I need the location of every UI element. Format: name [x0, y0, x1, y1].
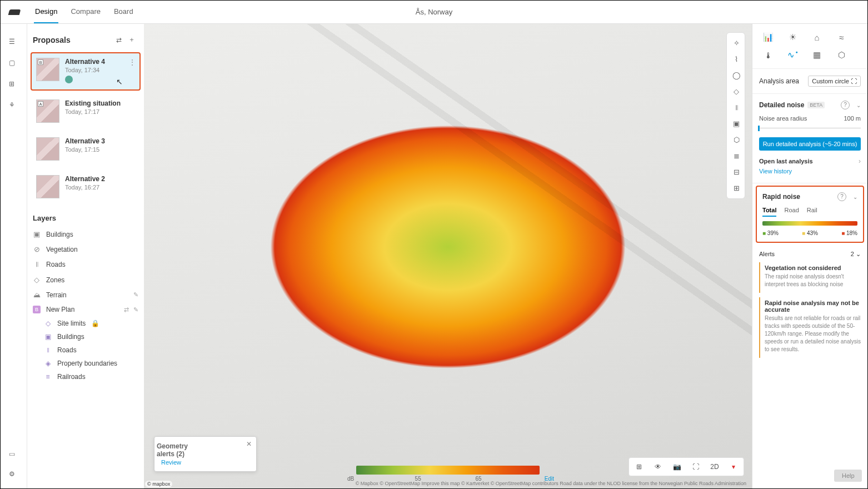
- help-icon[interactable]: ?: [837, 192, 846, 201]
- proposal-name: Alternative 4: [65, 58, 105, 66]
- alert-desc: Results are not reliable for roads or ra…: [765, 315, 861, 353]
- sidebar: Proposals ⇄ ＋ B Alternative 4 Today, 17:…: [27, 24, 144, 488]
- brush-icon[interactable]: ⌇: [727, 52, 746, 66]
- sublayer-item[interactable]: ⦀Roads: [31, 343, 141, 357]
- zones-icon: ◇: [33, 276, 41, 284]
- rapid-tab-road[interactable]: Road: [784, 207, 799, 217]
- filter-icon[interactable]: ⇄: [113, 35, 125, 45]
- tab-design[interactable]: Design: [34, 1, 58, 23]
- sublayer-item[interactable]: ≡Railroads: [31, 370, 141, 383]
- sublayer-item[interactable]: ◇Site limits🔒: [31, 317, 141, 330]
- temp-icon[interactable]: 🌡: [757, 47, 779, 63]
- lasso-icon[interactable]: ◯: [727, 68, 746, 82]
- people-icon[interactable]: ⚘: [9, 101, 19, 111]
- geometry-alert-toast: Geometry alerts (2) Review ✕: [154, 436, 257, 472]
- add-proposal-icon[interactable]: ＋: [125, 34, 138, 46]
- proposal-item[interactable]: Alternative 3 Today, 17:15: [31, 132, 141, 166]
- view-history-link[interactable]: View history: [759, 166, 861, 176]
- cube-icon[interactable]: ▣: [727, 117, 746, 131]
- chevron-down-icon[interactable]: ⌄: [853, 194, 857, 200]
- alert-item: Rapid noise analysis may not be accurate…: [759, 297, 861, 358]
- terrain-icon: ⛰: [33, 291, 41, 299]
- alerts-header[interactable]: Alerts 2 ⌄: [759, 251, 861, 262]
- layer-item[interactable]: ⛰Terrain✎: [31, 287, 141, 302]
- location-label: Ås, Norway: [416, 8, 452, 16]
- layer-item[interactable]: ◇Zones: [31, 272, 141, 287]
- eye-icon[interactable]: 👁: [650, 460, 666, 473]
- roads-icon: ⦀: [33, 260, 41, 269]
- toast-title: Geometry alerts (2): [161, 442, 183, 458]
- help-button[interactable]: Help: [834, 470, 862, 482]
- alert-title: Rapid noise analysis may not be accurate: [765, 300, 861, 313]
- lock-icon[interactable]: 🔒: [91, 320, 99, 327]
- toast-review-link[interactable]: Review: [161, 459, 250, 466]
- alert-desc: The rapid noise analysis doesn't interpr…: [765, 273, 861, 288]
- custom-circle-button[interactable]: Custom circle ⛶: [808, 76, 861, 87]
- sublayer-label: Buildings: [57, 333, 84, 341]
- sublayer-item[interactable]: ▣Buildings: [31, 330, 141, 343]
- card-icon[interactable]: ▭: [9, 450, 19, 460]
- section-icon[interactable]: ⊟: [727, 165, 746, 179]
- wind-icon[interactable]: ≈: [830, 29, 852, 45]
- layer-item[interactable]: ⦀Roads: [31, 257, 141, 272]
- rapid-tab-rail[interactable]: Rail: [807, 207, 817, 217]
- network-icon[interactable]: ⊞: [727, 181, 746, 195]
- left-rail: ☰ ▢ ⊞ ⚘ ▭ ⚙: [1, 24, 27, 488]
- energy-icon[interactable]: ⬡: [830, 47, 852, 63]
- grid-icon[interactable]: ⊞: [631, 460, 647, 473]
- sublayer-label: Property boundaries: [57, 360, 117, 367]
- edit-icon[interactable]: ✎: [133, 306, 138, 313]
- run-analysis-button[interactable]: Run detailed analysis (~5-20 mins): [759, 137, 861, 151]
- sublayer-item[interactable]: ◈Property boundaries: [31, 357, 141, 370]
- layers-icon[interactable]: ≣: [727, 149, 746, 163]
- measure-icon[interactable]: ⦀: [727, 101, 746, 114]
- sublayer-label: Railroads: [57, 373, 86, 381]
- chevron-right-icon[interactable]: ›: [859, 157, 861, 165]
- detailed-noise-title: Detailed noise: [759, 101, 804, 109]
- roads-icon: ⦀: [44, 346, 52, 354]
- radius-slider[interactable]: [759, 125, 861, 132]
- sun-icon[interactable]: ☀: [781, 29, 804, 45]
- focus-icon[interactable]: ⛶: [688, 460, 704, 473]
- noise-icon[interactable]: ∿●: [781, 47, 804, 63]
- tab-board[interactable]: Board: [113, 1, 134, 23]
- layer-item[interactable]: ▣Buildings: [31, 227, 141, 242]
- magic-icon[interactable]: ✧: [727, 36, 746, 50]
- plan-badge: B: [33, 306, 41, 313]
- open-last-link[interactable]: Open last analysis: [759, 156, 813, 166]
- polygon-icon[interactable]: ◇: [727, 84, 746, 98]
- assets-icon[interactable]: ⊞: [9, 80, 19, 90]
- analysis-area-label: Analysis area: [759, 77, 799, 85]
- noise-legend: dB 55 65 Edit: [356, 466, 540, 475]
- proposal-item[interactable]: B Alternative 4 Today, 17:34 ⋮ ↖: [31, 52, 141, 91]
- help-icon[interactable]: ?: [841, 101, 850, 109]
- alert-title: Vegetation not considered: [765, 265, 861, 271]
- layer-item[interactable]: ⊘Vegetation: [31, 242, 141, 257]
- swap-icon[interactable]: ⇄: [124, 306, 129, 313]
- book-icon[interactable]: ▢: [9, 59, 19, 69]
- menu-icon[interactable]: ☰: [9, 38, 19, 48]
- rapid-tab-total[interactable]: Total: [762, 207, 776, 217]
- solar-icon[interactable]: ▦: [806, 47, 828, 63]
- extrude-icon[interactable]: ⬡: [727, 133, 746, 147]
- proposal-thumb: [36, 137, 59, 161]
- proposal-item[interactable]: A Existing situation Today, 17:17: [31, 94, 141, 128]
- view-icon[interactable]: ⌂: [806, 29, 828, 45]
- railroads-icon: ≡: [44, 373, 52, 381]
- proposal-item[interactable]: Alternative 2 Today, 16:27: [31, 169, 141, 204]
- chart-icon[interactable]: 📊: [757, 29, 779, 45]
- more-icon[interactable]: ⋮: [128, 58, 136, 67]
- tab-compare[interactable]: Compare: [69, 1, 101, 23]
- layer-newplan[interactable]: BNew Plan⇄✎: [31, 302, 141, 317]
- rapid-noise-title: Rapid noise: [762, 193, 800, 201]
- settings-icon[interactable]: ⚙: [9, 470, 19, 480]
- map-canvas[interactable]: ✧ ⌇ ◯ ◇ ⦀ ▣ ⬡ ≣ ⊟ ⊞ Geometry alerts (2) …: [144, 24, 752, 488]
- proposal-time: Today, 17:17: [65, 108, 121, 115]
- edit-icon[interactable]: ✎: [133, 291, 138, 298]
- chevron-down-icon[interactable]: ⌄: [856, 102, 861, 108]
- app-logo[interactable]: [8, 9, 21, 15]
- view-mode[interactable]: 2D: [707, 460, 722, 473]
- camera-icon[interactable]: 📷: [669, 460, 685, 473]
- close-icon[interactable]: ✕: [246, 440, 252, 448]
- compass-icon[interactable]: ▾: [726, 460, 741, 473]
